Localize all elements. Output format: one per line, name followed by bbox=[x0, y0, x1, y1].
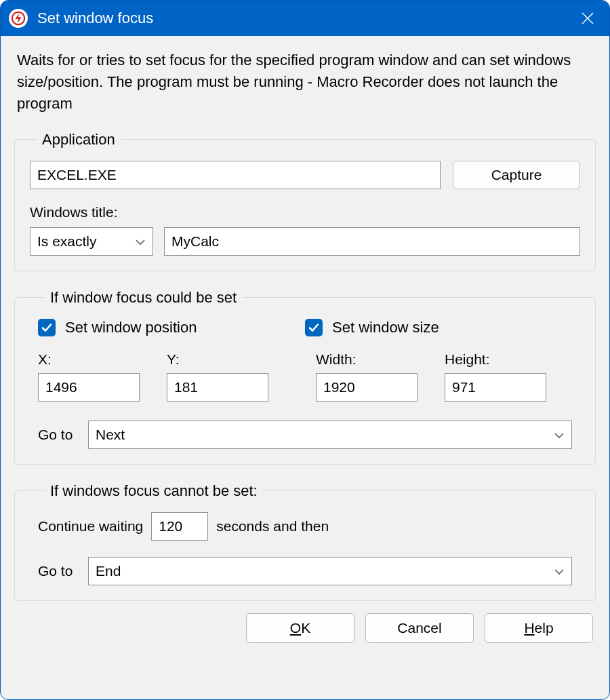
x-label: X: bbox=[38, 351, 140, 368]
title-match-mode-select[interactable]: Is exactly bbox=[30, 227, 153, 256]
dialog-footer: OK Cancel Help bbox=[14, 601, 596, 643]
continue-waiting-label-pre: Continue waiting bbox=[38, 518, 143, 534]
set-position-label: Set window position bbox=[65, 319, 197, 336]
focus-success-group: If window focus could be set Set window … bbox=[14, 289, 596, 465]
windows-title-label: Windows title: bbox=[30, 204, 580, 220]
height-label: Height: bbox=[445, 351, 546, 368]
set-position-checkbox[interactable] bbox=[38, 319, 56, 336]
executable-input[interactable] bbox=[30, 161, 441, 189]
dialog-window: Set window focus Waits for or tries to s… bbox=[0, 0, 610, 700]
focus-fail-group: If windows focus cannot be set: Continue… bbox=[14, 482, 596, 601]
y-input[interactable] bbox=[167, 373, 268, 402]
set-size-label: Set window size bbox=[332, 319, 439, 336]
width-label: Width: bbox=[316, 351, 418, 368]
y-label: Y: bbox=[167, 351, 268, 368]
chevron-down-icon bbox=[135, 233, 146, 250]
goto-success-label: Go to bbox=[38, 427, 76, 443]
titlebar: Set window focus bbox=[1, 1, 609, 36]
set-size-checkbox[interactable] bbox=[305, 319, 323, 336]
goto-fail-select[interactable]: End bbox=[88, 557, 572, 585]
x-input[interactable] bbox=[38, 373, 140, 402]
dialog-body: Waits for or tries to set focus for the … bbox=[1, 36, 609, 699]
goto-fail-value: End bbox=[96, 563, 121, 579]
chevron-down-icon bbox=[554, 563, 565, 579]
close-button[interactable] bbox=[569, 1, 607, 36]
continue-waiting-label-post: seconds and then bbox=[216, 518, 329, 534]
goto-success-select[interactable]: Next bbox=[88, 421, 572, 449]
cancel-button[interactable]: Cancel bbox=[365, 613, 474, 643]
ok-button[interactable]: OK bbox=[246, 613, 354, 643]
width-input[interactable] bbox=[316, 373, 418, 402]
application-group: Application Capture Windows title: Is ex… bbox=[14, 131, 596, 271]
application-legend: Application bbox=[37, 131, 121, 149]
capture-button[interactable]: Capture bbox=[453, 161, 580, 189]
chevron-down-icon bbox=[554, 427, 565, 443]
goto-fail-label: Go to bbox=[38, 563, 76, 579]
app-icon bbox=[9, 9, 28, 28]
focus-fail-legend: If windows focus cannot be set: bbox=[45, 482, 263, 500]
height-input[interactable] bbox=[445, 373, 546, 402]
goto-success-value: Next bbox=[96, 427, 125, 443]
wait-seconds-input[interactable] bbox=[151, 512, 208, 541]
window-title-input[interactable] bbox=[164, 227, 580, 256]
title-match-mode-value: Is exactly bbox=[37, 233, 97, 250]
help-button[interactable]: Help bbox=[485, 613, 593, 643]
focus-success-legend: If window focus could be set bbox=[45, 289, 242, 307]
dialog-title: Set window focus bbox=[37, 9, 569, 27]
dialog-description: Waits for or tries to set focus for the … bbox=[17, 50, 593, 115]
